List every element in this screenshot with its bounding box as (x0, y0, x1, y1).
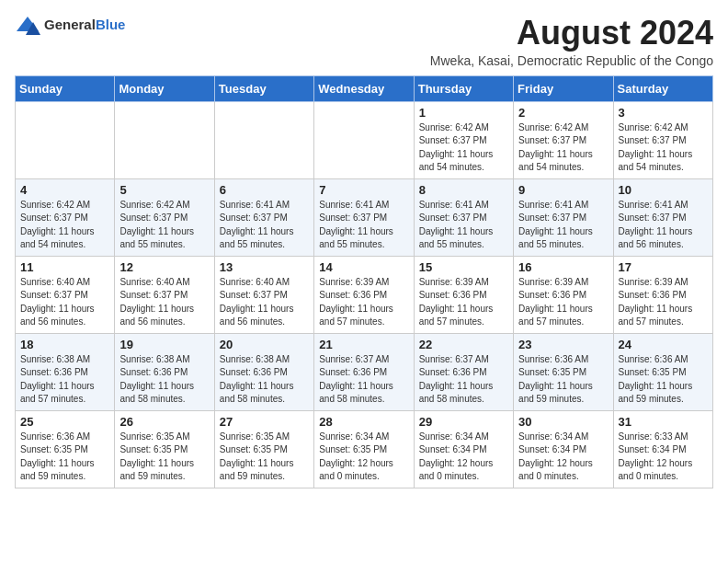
weekday-header-thursday: Thursday (414, 75, 513, 101)
day-number: 28 (319, 415, 408, 429)
day-info: Sunrise: 6:33 AM Sunset: 6:34 PM Dayligh… (619, 431, 708, 484)
calendar-cell: 30Sunrise: 6:34 AM Sunset: 6:34 PM Dayli… (514, 410, 613, 488)
calendar-header-row: SundayMondayTuesdayWednesdayThursdayFrid… (16, 75, 713, 101)
day-info: Sunrise: 6:35 AM Sunset: 6:35 PM Dayligh… (119, 431, 209, 484)
calendar-cell: 15Sunrise: 6:39 AM Sunset: 6:36 PM Dayli… (414, 256, 513, 333)
logo-icon (15, 15, 40, 35)
day-number: 19 (119, 338, 209, 351)
day-number: 21 (319, 338, 408, 351)
calendar-cell: 2Sunrise: 6:42 AM Sunset: 6:37 PM Daylig… (514, 101, 613, 178)
day-number: 27 (220, 415, 309, 429)
day-info: Sunrise: 6:34 AM Sunset: 6:34 PM Dayligh… (518, 431, 608, 484)
day-info: Sunrise: 6:42 AM Sunset: 6:37 PM Dayligh… (619, 121, 708, 175)
calendar-cell: 19Sunrise: 6:38 AM Sunset: 6:36 PM Dayli… (115, 333, 214, 410)
day-info: Sunrise: 6:41 AM Sunset: 6:37 PM Dayligh… (619, 199, 708, 252)
day-number: 26 (119, 415, 209, 429)
day-info: Sunrise: 6:41 AM Sunset: 6:37 PM Dayligh… (518, 199, 608, 252)
day-number: 16 (518, 260, 608, 274)
weekday-header-friday: Friday (514, 75, 613, 101)
day-number: 22 (419, 338, 508, 351)
weekday-header-tuesday: Tuesday (214, 75, 313, 101)
calendar-cell: 10Sunrise: 6:41 AM Sunset: 6:37 PM Dayli… (613, 178, 712, 256)
day-info: Sunrise: 6:36 AM Sunset: 6:35 PM Dayligh… (619, 353, 708, 407)
title-block: August 2024 Mweka, Kasai, Democratic Rep… (430, 15, 713, 68)
day-info: Sunrise: 6:42 AM Sunset: 6:37 PM Dayligh… (419, 121, 508, 175)
calendar-cell: 8Sunrise: 6:41 AM Sunset: 6:37 PM Daylig… (414, 178, 513, 256)
day-number: 15 (419, 260, 508, 274)
calendar-cell: 22Sunrise: 6:37 AM Sunset: 6:36 PM Dayli… (414, 333, 513, 410)
day-info: Sunrise: 6:37 AM Sunset: 6:36 PM Dayligh… (419, 353, 508, 407)
calendar-cell: 25Sunrise: 6:36 AM Sunset: 6:35 PM Dayli… (16, 410, 115, 488)
calendar-cell (314, 101, 414, 178)
weekday-header-monday: Monday (115, 75, 214, 101)
calendar-cell: 4Sunrise: 6:42 AM Sunset: 6:37 PM Daylig… (16, 178, 115, 256)
day-number: 3 (619, 106, 708, 120)
day-number: 11 (20, 260, 109, 274)
calendar-week-1: 1Sunrise: 6:42 AM Sunset: 6:37 PM Daylig… (16, 101, 713, 178)
day-info: Sunrise: 6:34 AM Sunset: 6:35 PM Dayligh… (319, 431, 408, 484)
day-number: 13 (220, 260, 309, 274)
day-info: Sunrise: 6:39 AM Sunset: 6:36 PM Dayligh… (419, 276, 508, 329)
calendar-cell: 5Sunrise: 6:42 AM Sunset: 6:37 PM Daylig… (115, 178, 214, 256)
calendar-table: SundayMondayTuesdayWednesdayThursdayFrid… (15, 75, 713, 488)
day-number: 17 (619, 260, 708, 274)
day-number: 29 (419, 415, 508, 429)
day-info: Sunrise: 6:42 AM Sunset: 6:37 PM Dayligh… (518, 121, 608, 175)
day-number: 7 (319, 183, 408, 197)
calendar-cell: 28Sunrise: 6:34 AM Sunset: 6:35 PM Dayli… (314, 410, 414, 488)
day-info: Sunrise: 6:38 AM Sunset: 6:36 PM Dayligh… (20, 353, 109, 407)
day-number: 6 (220, 183, 309, 197)
calendar-cell: 23Sunrise: 6:36 AM Sunset: 6:35 PM Dayli… (514, 333, 613, 410)
calendar-cell: 13Sunrise: 6:40 AM Sunset: 6:37 PM Dayli… (214, 256, 313, 333)
day-info: Sunrise: 6:34 AM Sunset: 6:34 PM Dayligh… (419, 431, 508, 484)
day-number: 18 (20, 338, 109, 351)
day-info: Sunrise: 6:40 AM Sunset: 6:37 PM Dayligh… (119, 276, 209, 329)
calendar-cell: 1Sunrise: 6:42 AM Sunset: 6:37 PM Daylig… (414, 101, 513, 178)
calendar-cell: 17Sunrise: 6:39 AM Sunset: 6:36 PM Dayli… (613, 256, 712, 333)
calendar-cell: 26Sunrise: 6:35 AM Sunset: 6:35 PM Dayli… (115, 410, 214, 488)
weekday-header-wednesday: Wednesday (314, 75, 414, 101)
calendar-cell: 16Sunrise: 6:39 AM Sunset: 6:36 PM Dayli… (514, 256, 613, 333)
day-info: Sunrise: 6:41 AM Sunset: 6:37 PM Dayligh… (419, 199, 508, 252)
day-info: Sunrise: 6:38 AM Sunset: 6:36 PM Dayligh… (220, 353, 309, 407)
logo-general: General (44, 17, 96, 32)
day-info: Sunrise: 6:36 AM Sunset: 6:35 PM Dayligh… (518, 353, 608, 407)
calendar-cell (214, 101, 313, 178)
weekday-header-saturday: Saturday (613, 75, 712, 101)
calendar-week-5: 25Sunrise: 6:36 AM Sunset: 6:35 PM Dayli… (16, 410, 713, 488)
calendar-cell: 29Sunrise: 6:34 AM Sunset: 6:34 PM Dayli… (414, 410, 513, 488)
calendar-cell: 7Sunrise: 6:41 AM Sunset: 6:37 PM Daylig… (314, 178, 414, 256)
calendar-cell: 18Sunrise: 6:38 AM Sunset: 6:36 PM Dayli… (16, 333, 115, 410)
calendar-week-2: 4Sunrise: 6:42 AM Sunset: 6:37 PM Daylig… (16, 178, 713, 256)
month-title: August 2024 (430, 15, 713, 52)
day-info: Sunrise: 6:38 AM Sunset: 6:36 PM Dayligh… (119, 353, 209, 407)
calendar-cell: 27Sunrise: 6:35 AM Sunset: 6:35 PM Dayli… (214, 410, 313, 488)
logo-text: GeneralBlue (44, 17, 125, 33)
day-number: 24 (619, 338, 708, 351)
calendar-cell: 6Sunrise: 6:41 AM Sunset: 6:37 PM Daylig… (214, 178, 313, 256)
day-number: 30 (518, 415, 608, 429)
day-number: 23 (518, 338, 608, 351)
location-subtitle: Mweka, Kasai, Democratic Republic of the… (430, 53, 713, 68)
day-number: 5 (119, 183, 209, 197)
day-number: 10 (619, 183, 708, 197)
day-number: 12 (119, 260, 209, 274)
day-info: Sunrise: 6:36 AM Sunset: 6:35 PM Dayligh… (20, 431, 109, 484)
day-info: Sunrise: 6:39 AM Sunset: 6:36 PM Dayligh… (518, 276, 608, 329)
day-info: Sunrise: 6:35 AM Sunset: 6:35 PM Dayligh… (220, 431, 309, 484)
day-info: Sunrise: 6:41 AM Sunset: 6:37 PM Dayligh… (319, 199, 408, 252)
calendar-cell: 21Sunrise: 6:37 AM Sunset: 6:36 PM Dayli… (314, 333, 414, 410)
day-info: Sunrise: 6:42 AM Sunset: 6:37 PM Dayligh… (20, 199, 109, 252)
logo: GeneralBlue (15, 15, 125, 35)
calendar-cell: 11Sunrise: 6:40 AM Sunset: 6:37 PM Dayli… (16, 256, 115, 333)
day-number: 25 (20, 415, 109, 429)
day-number: 8 (419, 183, 508, 197)
calendar-cell (16, 101, 115, 178)
day-number: 4 (20, 183, 109, 197)
day-info: Sunrise: 6:39 AM Sunset: 6:36 PM Dayligh… (319, 276, 408, 329)
logo-blue: Blue (96, 17, 126, 32)
calendar-week-3: 11Sunrise: 6:40 AM Sunset: 6:37 PM Dayli… (16, 256, 713, 333)
calendar-week-4: 18Sunrise: 6:38 AM Sunset: 6:36 PM Dayli… (16, 333, 713, 410)
calendar-cell: 12Sunrise: 6:40 AM Sunset: 6:37 PM Dayli… (115, 256, 214, 333)
day-info: Sunrise: 6:40 AM Sunset: 6:37 PM Dayligh… (220, 276, 309, 329)
